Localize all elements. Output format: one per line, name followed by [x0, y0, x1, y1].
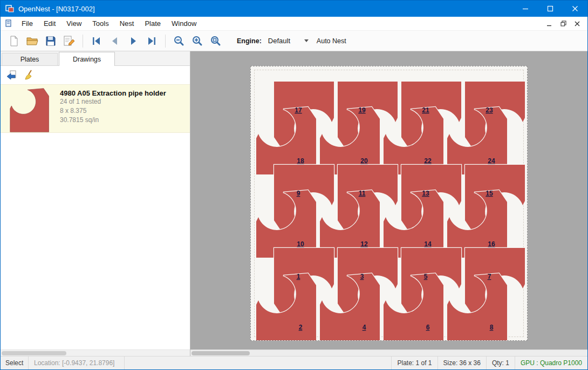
part-number: 12	[360, 240, 368, 248]
menu-tools[interactable]: Tools	[87, 17, 114, 30]
go-previous-icon	[110, 36, 120, 46]
drawing-item-text: 4980 A05 Extraction pipe holder 24 of 1 …	[60, 87, 166, 125]
zoom-in-button[interactable]	[188, 32, 207, 50]
next-plate-button[interactable]	[124, 32, 142, 50]
zoom-out-icon	[173, 35, 186, 48]
status-bar: Select Location: [-0.9437, 21.8796] Plat…	[1, 356, 587, 369]
content-area: Plates Drawings 4980 A05 Extraction pipe…	[1, 51, 587, 356]
main-toolbar: Engine: Default Auto Nest	[1, 31, 587, 51]
nest-canvas-area[interactable]: 171819202122232491011121314151612345678	[190, 51, 587, 356]
part-number: 15	[486, 190, 493, 197]
part-number: 13	[422, 190, 429, 197]
open-folder-icon	[26, 35, 39, 47]
scrollbar-thumb[interactable]	[192, 351, 250, 355]
menu-plate[interactable]: Plate	[139, 17, 166, 30]
plate[interactable]: 171819202122232491011121314151612345678	[250, 66, 528, 341]
part-number: 20	[360, 157, 368, 165]
close-button[interactable]	[563, 1, 587, 17]
part-number: 21	[422, 106, 429, 114]
engine-select[interactable]: Default	[265, 35, 314, 46]
replace-part-button[interactable]	[4, 68, 19, 82]
part-number: 7	[488, 273, 491, 280]
save-as-button[interactable]	[60, 32, 78, 50]
tab-drawings[interactable]: Drawings	[59, 52, 115, 66]
zoom-fit-button[interactable]	[207, 32, 225, 50]
menu-nest[interactable]: Nest	[114, 17, 140, 30]
status-gpu: GPU : Quadro P1000	[515, 356, 587, 369]
part-number: 5	[424, 273, 428, 280]
part-number: 23	[486, 106, 493, 114]
open-file-button[interactable]	[23, 32, 42, 50]
mdi-minimize-button[interactable]	[542, 18, 556, 29]
status-size: Size: 36 x 36	[437, 356, 486, 369]
previous-plate-button[interactable]	[106, 32, 124, 50]
part-thumbnail	[6, 88, 52, 132]
go-first-icon	[91, 36, 102, 46]
part-number: 3	[360, 273, 364, 280]
save-icon	[45, 35, 57, 47]
part-number: 24	[488, 157, 495, 165]
scrollbar-thumb[interactable]	[2, 351, 66, 355]
new-file-icon	[8, 35, 20, 47]
app-window: OpenNest - [N0317-002] File Edit View To…	[0, 0, 588, 370]
menu-window[interactable]: Window	[166, 17, 202, 30]
menu-edit[interactable]: Edit	[38, 17, 61, 30]
nest-drawing[interactable]: 171819202122232491011121314151612345678	[251, 66, 527, 340]
part-number: 6	[426, 324, 430, 331]
engine-label: Engine:	[237, 37, 262, 45]
part-number: 4	[363, 324, 366, 331]
part-number: 8	[490, 324, 494, 331]
mdi-close-button[interactable]	[570, 18, 584, 29]
maximize-button[interactable]	[538, 1, 563, 17]
zoom-fit-icon	[209, 35, 222, 48]
canvas-scrollbar[interactable]	[190, 349, 587, 356]
part-number: 19	[358, 106, 366, 114]
part-number: 17	[295, 106, 302, 114]
menu-view[interactable]: View	[61, 17, 87, 30]
auto-nest-button[interactable]: Auto Nest	[317, 37, 346, 45]
drawing-list-item[interactable]: 4980 A05 Extraction pipe holder 24 of 1 …	[1, 84, 190, 133]
last-plate-button[interactable]	[142, 32, 161, 50]
part-number: 16	[488, 240, 495, 248]
document-icon[interactable]	[5, 19, 13, 28]
part-number: 1	[297, 273, 300, 280]
broom-icon	[24, 70, 35, 80]
zoom-in-icon	[191, 35, 204, 48]
status-mode: Select	[1, 356, 29, 369]
status-plate: Plate: 1 of 1	[391, 356, 437, 369]
drawings-toolbar	[1, 66, 190, 84]
zoom-out-button[interactable]	[170, 32, 188, 50]
drawing-title: 4980 A05 Extraction pipe holder	[60, 89, 166, 97]
chevron-down-icon	[304, 39, 309, 42]
status-qty: Qty: 1	[486, 356, 515, 369]
part-number: 9	[297, 190, 300, 197]
window-title: OpenNest - [N0317-002]	[18, 5, 95, 13]
left-panel-scrollbar[interactable]	[1, 349, 190, 356]
menu-file[interactable]: File	[16, 17, 38, 30]
toolbar-separator	[83, 35, 83, 48]
go-next-icon	[128, 36, 139, 46]
menu-bar: File Edit View Tools Nest Plate Window	[1, 17, 587, 31]
save-button[interactable]	[42, 32, 60, 50]
clear-nest-button[interactable]	[22, 68, 37, 82]
part-number: 11	[359, 190, 366, 197]
go-last-icon	[146, 36, 157, 46]
part-number: 18	[297, 157, 304, 165]
edit-nest-icon	[63, 35, 76, 47]
part-number: 22	[424, 157, 432, 165]
drawing-dimensions: 8 x 8.375	[60, 106, 166, 116]
first-plate-button[interactable]	[87, 32, 106, 50]
title-bar: OpenNest - [N0317-002]	[1, 1, 587, 17]
mdi-restore-button[interactable]	[556, 18, 570, 29]
tab-plates[interactable]: Plates	[2, 53, 58, 65]
drawing-area: 30.7815 sq/in	[60, 116, 166, 125]
engine-selected-value: Default	[268, 37, 290, 45]
app-icon	[5, 4, 14, 13]
new-file-button[interactable]	[5, 32, 23, 50]
left-panel-tabs: Plates Drawings	[1, 51, 190, 66]
part-number: 10	[297, 240, 304, 248]
status-location: Location: [-0.9437, 21.8796]	[29, 356, 125, 369]
minimize-button[interactable]	[513, 1, 538, 17]
replace-part-icon	[6, 70, 17, 80]
toolbar-separator	[165, 35, 166, 48]
